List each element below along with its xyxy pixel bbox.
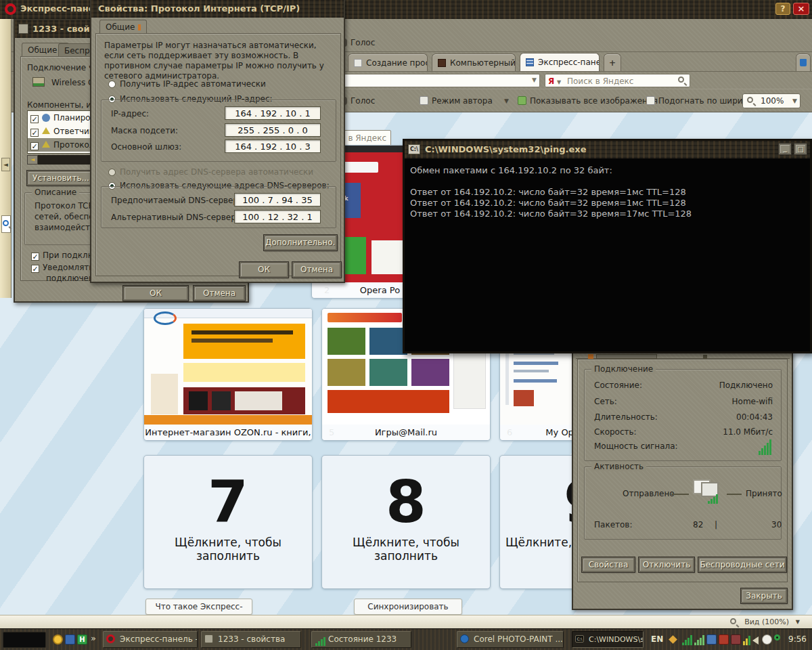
radio-auto-ip[interactable]: Получить IP-адрес автоматически xyxy=(108,79,266,89)
tray-monitor-icon[interactable] xyxy=(731,634,741,645)
tray-network-icon[interactable] xyxy=(706,634,717,645)
speed-dial-tile-8[interactable]: 8 Щёлкните, чтобы заполнить xyxy=(321,455,491,589)
speed-dial-tile-4[interactable]: 4 Интернет-магазин OZON.ru - книги, вид.… xyxy=(143,308,313,441)
close-status-button[interactable]: Закрыть xyxy=(741,588,787,603)
props-ok-button[interactable]: ОК xyxy=(123,286,188,301)
quicklaunch-icon-1[interactable] xyxy=(53,634,63,645)
gateway-label: Основной шлюз: xyxy=(111,142,181,152)
taskbar: H » Экспресс-панель - O... 1233 - свойст… xyxy=(0,628,812,650)
voice-toolbar-item[interactable]: Голос xyxy=(342,38,375,47)
minimize-button[interactable]: _ xyxy=(779,144,791,154)
tray-arrow-icon[interactable] xyxy=(669,635,677,644)
disconnect-button[interactable]: Отключить xyxy=(639,557,694,572)
taskbar-button-props[interactable]: 1233 - свойства xyxy=(201,631,301,648)
status-dialog: Подключение Состояние: Подключено Сеть: … xyxy=(572,351,793,610)
speed-dial-tile-7[interactable]: 7 Щёлкните, чтобы заполнить xyxy=(143,455,313,589)
voice-button[interactable]: Голос xyxy=(342,96,375,106)
install-button[interactable]: Установить... xyxy=(27,171,95,186)
tcpip-intro: Параметры IP могут назначаться автоматич… xyxy=(104,41,332,81)
gateway-field[interactable]: 164 . 192 . 10 . 3 xyxy=(225,139,321,153)
volume-icon[interactable] xyxy=(752,636,759,645)
properties-button[interactable]: Свойства xyxy=(582,557,635,572)
search-field[interactable]: Я ▼ Поиск в Яндекс xyxy=(545,74,690,87)
show-images-button[interactable]: Показывать все изображения xyxy=(518,96,658,106)
tcpip-title: Свойства: Протокол Интернета (TCP/IP) xyxy=(98,3,300,14)
tab-speeddial[interactable]: Экспресс-панель× xyxy=(520,53,600,72)
duration-label: Длительность: xyxy=(594,412,658,422)
radio-auto-dns[interactable]: Получить адрес DNS-сервера автоматически xyxy=(108,167,313,177)
taskbar-button-status[interactable]: Состояние 1233 xyxy=(311,631,411,648)
tab-page2[interactable]: Компьютерный форум× xyxy=(432,53,516,71)
yandex-icon[interactable]: Я xyxy=(548,75,554,87)
what-is-speeddial-button[interactable]: Что такое Экспресс-панель? xyxy=(145,599,252,615)
quicklaunch-icon-3[interactable]: H xyxy=(77,634,87,645)
tcpip-cancel-button[interactable]: Отмена xyxy=(292,262,341,278)
duration-value: 00:04:43 xyxy=(736,412,773,422)
search-placeholder: Поиск в Яндекс xyxy=(567,75,633,87)
zoom-icon xyxy=(730,618,736,624)
tcpip-dialog: Свойства: Протокол Интернета (TCP/IP) Об… xyxy=(90,0,345,283)
cmd-icon: C:\ xyxy=(575,635,584,643)
speed-label: Скорость: xyxy=(594,427,637,437)
tcpip-ok-button[interactable]: ОК xyxy=(240,262,288,278)
browser-statusbar: Вид (100%) ▼ xyxy=(0,615,812,628)
start-button[interactable] xyxy=(3,632,46,648)
tab-general[interactable]: Общие xyxy=(99,20,147,33)
tray-signal-icon-2[interactable] xyxy=(694,635,704,645)
scroll-left-button[interactable]: ◄ xyxy=(27,155,38,165)
tray-chart-icon[interactable] xyxy=(743,635,750,645)
wireless-networks-button[interactable]: Беспроводные сети xyxy=(698,557,786,572)
alternate-dns-label: Альтернативный DNS-сервер: xyxy=(111,213,239,222)
author-mode-button[interactable]: Режим автора xyxy=(420,96,493,106)
connection-icon xyxy=(18,24,28,34)
engine-dropdown-icon[interactable]: ▼ xyxy=(557,77,561,89)
tcpip-titlebar[interactable]: Свойства: Протокол Интернета (TCP/IP) xyxy=(91,0,344,18)
connector-line xyxy=(671,494,689,495)
tray-clock-icon[interactable] xyxy=(762,634,772,645)
language-indicator[interactable]: EN xyxy=(651,634,663,644)
view-zoom-label[interactable]: Вид (100%) xyxy=(744,618,789,626)
subnet-mask-field[interactable]: 255 . 255 . 0 . 0 xyxy=(225,123,321,137)
activity-group: Активность Отправлено Принято Пакетов: 8… xyxy=(584,467,782,540)
ping-titlebar[interactable]: C:\ C:\WINDOWS\system32\ping.exe _ □ xyxy=(405,141,810,158)
address-field[interactable]: ▼ xyxy=(337,74,540,87)
opera-icon xyxy=(106,634,115,643)
zoom-control[interactable]: 100% ▼ xyxy=(742,93,800,108)
closed-tabs-trash-button[interactable] xyxy=(796,53,811,71)
search-icon[interactable] xyxy=(678,77,684,83)
ip-address-field[interactable]: 164 . 192 . 10 . 1 xyxy=(225,106,321,120)
ip-group: IP-адрес: 164 . 192 . 10 . 1 Маска подсе… xyxy=(101,100,336,162)
desktop: Экспресс-панель - ? × Голос Создание про… xyxy=(0,0,812,650)
protocol-icon xyxy=(42,141,50,148)
zoom-dropdown-icon[interactable]: ▼ xyxy=(792,98,797,104)
sent-label: Отправлено xyxy=(623,489,675,498)
speed-value: 11.0 Мбит/с xyxy=(723,427,773,437)
maximize-button[interactable]: □ xyxy=(794,144,807,154)
fit-width-button[interactable]: Подогнать по ширине xyxy=(646,96,753,106)
background-panel-button[interactable]: ◄ xyxy=(1,158,10,171)
tray-alert-icon[interactable] xyxy=(719,634,729,645)
sync-opera-button[interactable]: Синхронизировать Opera... xyxy=(354,599,462,615)
connector-line xyxy=(727,494,742,495)
tile-thumbnail xyxy=(144,309,312,425)
quicklaunch-icon-2[interactable] xyxy=(65,634,75,645)
tray-signal-icon-1[interactable] xyxy=(682,635,692,645)
new-tab-button[interactable]: + xyxy=(604,53,621,71)
background-panel-search-icon[interactable] xyxy=(1,215,11,233)
close-button[interactable]: × xyxy=(793,3,809,15)
forum-icon xyxy=(438,59,446,67)
taskbar-button-opera[interactable]: Экспресс-панель - O... xyxy=(103,631,198,648)
props-cancel-button[interactable]: Отмена xyxy=(194,286,245,301)
chevron-down-icon[interactable]: ▼ xyxy=(532,77,537,83)
tray-opera-icon[interactable] xyxy=(774,634,780,641)
view-dropdown-icon[interactable]: ▼ xyxy=(796,619,800,625)
advanced-button[interactable]: Дополнительно... xyxy=(264,235,337,251)
help-button[interactable]: ? xyxy=(775,3,790,15)
quicklaunch-chevron-icon[interactable]: » xyxy=(91,633,96,643)
alternate-dns-field[interactable]: 100 . 12 . 32 . 1 xyxy=(234,210,321,223)
taskbar-clock: 9:56 xyxy=(788,634,807,644)
taskbar-button-corel[interactable]: Corel PHOTO-PAINT ... xyxy=(457,631,564,648)
preferred-dns-field[interactable]: 100 . 7 . 94 . 35 xyxy=(234,193,321,207)
author-mode-dropdown-icon[interactable]: ▼ xyxy=(504,98,509,104)
tab-page1[interactable]: Создание простейшей ...× xyxy=(348,53,428,71)
